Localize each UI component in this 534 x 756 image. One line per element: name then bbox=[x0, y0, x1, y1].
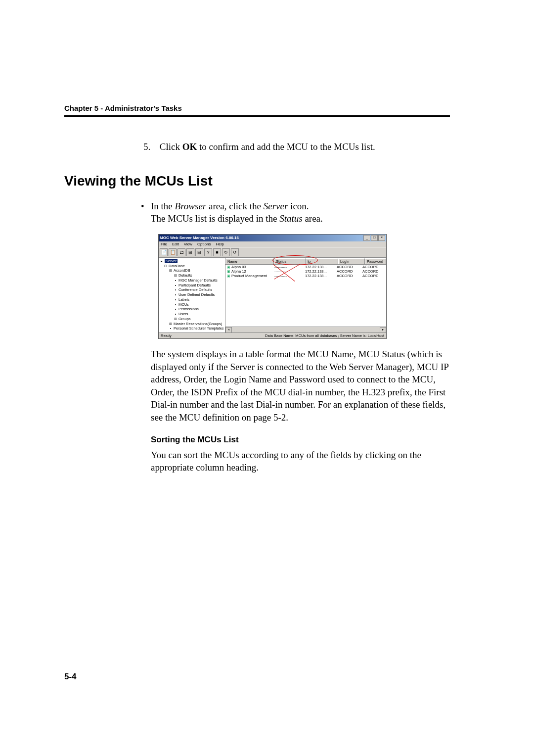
step-text-post: to confirm and add the MCU to the MCUs l… bbox=[197, 142, 375, 152]
cell-ip: 172.22.138... bbox=[304, 269, 335, 274]
t: Status bbox=[279, 213, 302, 224]
browser-tree-pane[interactable]: ▸Server ⊟DataBase⊟AccordDB⊟Defaults•MGC … bbox=[159, 258, 225, 332]
tree-node-icon: • bbox=[174, 284, 178, 288]
tree-item-label: MCUs bbox=[178, 302, 189, 307]
tree-item-label: Participant Defaults bbox=[178, 283, 211, 287]
tree-item-label: Permissions bbox=[178, 307, 199, 311]
maximize-button[interactable]: □ bbox=[371, 235, 378, 241]
paragraph-description: The system displays in a table format th… bbox=[151, 348, 450, 424]
toolbar-button[interactable]: 📋 bbox=[169, 248, 177, 256]
tree-node-icon: • bbox=[174, 312, 178, 317]
mcu-icon: ▣ bbox=[227, 265, 230, 269]
chapter-header: Chapter 5 - Administrator's Tasks bbox=[64, 104, 450, 112]
cell-password: ACCORD bbox=[361, 265, 386, 269]
tree-node-icon: ⊟ bbox=[164, 264, 168, 269]
tree-node-icon: • bbox=[174, 288, 178, 292]
list-header: Name Status Ip Login Password bbox=[225, 258, 386, 265]
cell-login: ACCORD bbox=[335, 265, 361, 269]
tree-item[interactable]: •Conference Defaults bbox=[160, 287, 224, 292]
toolbar-button[interactable]: 🗂 bbox=[178, 248, 185, 256]
menu-help[interactable]: Help bbox=[216, 242, 223, 246]
toolbar-button[interactable]: ↺ bbox=[231, 248, 239, 256]
tree-item[interactable]: •Personal Scheduler Templates bbox=[160, 326, 224, 331]
mcu-icon: ▣ bbox=[227, 270, 230, 273]
cell-status: ---------- bbox=[273, 269, 304, 274]
minimize-button[interactable]: _ bbox=[363, 235, 370, 241]
menu-edit[interactable]: Edit bbox=[172, 242, 179, 246]
tree-node-icon: ⊟ bbox=[169, 269, 173, 273]
table-row[interactable]: ▣Product Management----------172.22.138.… bbox=[225, 274, 386, 278]
close-button[interactable]: × bbox=[378, 235, 385, 241]
column-password[interactable]: Password bbox=[365, 258, 386, 264]
tree-item[interactable]: •MCUs bbox=[160, 302, 224, 307]
tree-item-label: MGC Manager Defaults bbox=[178, 278, 218, 283]
toolbar: 📄 📋 🗂 ⊞ ⊟ ? ■ ↻ ↺ bbox=[159, 247, 386, 258]
scroll-right-icon[interactable]: ▸ bbox=[380, 327, 386, 332]
column-status[interactable]: Status bbox=[274, 258, 306, 264]
toolbar-button[interactable]: ? bbox=[204, 248, 212, 256]
tree-item[interactable]: ⊞Master Reservations(Groups) bbox=[160, 322, 224, 327]
tree-node-icon: ⊞ bbox=[174, 317, 178, 322]
t: area. bbox=[303, 213, 323, 224]
tree-item[interactable]: •Participant Defaults bbox=[160, 283, 224, 288]
horizontal-scrollbar[interactable]: ◂ ▸ bbox=[225, 327, 386, 332]
cell-password: ACCORD bbox=[361, 269, 386, 274]
t: area, click the bbox=[206, 201, 264, 211]
table-row[interactable]: ▣Alpha 03----------172.22.138...ACCORDAC… bbox=[225, 265, 386, 269]
tree-item[interactable]: •Labels bbox=[160, 297, 224, 302]
tree-node-icon: ⊟ bbox=[174, 274, 178, 278]
status-left: Ready bbox=[161, 333, 172, 338]
subheading-sorting: Sorting the MCUs List bbox=[151, 435, 450, 445]
status-right: Data Base Name: MCUs from all databases … bbox=[265, 333, 384, 338]
tree-item[interactable]: •User Defined Defaults bbox=[160, 292, 224, 297]
mcu-icon: ▣ bbox=[227, 274, 230, 278]
tree-item[interactable]: ⊞Groups bbox=[160, 317, 224, 322]
tree-item-label: Personal Scheduler Templates bbox=[174, 326, 224, 331]
screenshot-app-window: MGC Web Server Manager Version 6.00.16 _… bbox=[158, 234, 387, 339]
tree-item-label: AccordDB bbox=[174, 268, 190, 273]
scroll-left-icon[interactable]: ◂ bbox=[225, 327, 232, 332]
tree-item-label: DataBase bbox=[169, 264, 185, 268]
tree-root-server[interactable]: Server bbox=[165, 259, 178, 263]
column-login[interactable]: Login bbox=[338, 258, 365, 264]
tree-item-label: Users bbox=[178, 312, 188, 316]
cell-status: ---------- bbox=[273, 274, 304, 278]
step-5: 5. Click OK to confirm and add the MCU t… bbox=[143, 141, 450, 153]
table-row[interactable]: ▣Alpha 12----------172.22.138...ACCORDAC… bbox=[225, 269, 386, 274]
tree-item[interactable]: ⊟AccordDB bbox=[160, 268, 224, 273]
cell-login: ACCORD bbox=[335, 274, 361, 278]
cell-password: ACCORD bbox=[361, 274, 386, 278]
tree-item-label: Master Reservations(Groups) bbox=[174, 322, 222, 326]
tree-item[interactable]: ⊟DataBase bbox=[160, 264, 224, 269]
toolbar-button[interactable]: ↻ bbox=[222, 248, 230, 256]
cell-name: ▣Product Management bbox=[225, 274, 273, 278]
statusbar: Ready Data Base Name: MCUs from all data… bbox=[159, 332, 386, 338]
tree-item[interactable]: •Users bbox=[160, 312, 224, 317]
toolbar-button[interactable]: 📄 bbox=[160, 248, 168, 256]
menu-options[interactable]: Options bbox=[197, 242, 211, 246]
server-icon: ▸ bbox=[160, 259, 164, 264]
tree-item[interactable]: •Permissions bbox=[160, 307, 224, 312]
tree-node-icon: • bbox=[174, 293, 178, 297]
menu-file[interactable]: File bbox=[161, 242, 167, 246]
cell-name: ▣Alpha 03 bbox=[225, 265, 273, 269]
tree-item[interactable]: ⊟Defaults bbox=[160, 273, 224, 278]
section-title: Viewing the MCUs List bbox=[64, 173, 450, 189]
menu-view[interactable]: View bbox=[184, 242, 192, 246]
column-name[interactable]: Name bbox=[225, 258, 274, 264]
column-ip[interactable]: Ip bbox=[306, 258, 338, 264]
toolbar-button[interactable]: ■ bbox=[213, 248, 221, 256]
tree-node-icon: • bbox=[174, 279, 178, 283]
window-titlebar: MGC Web Server Manager Version 6.00.16 _… bbox=[159, 235, 386, 241]
tree-item-label: Labels bbox=[178, 297, 189, 302]
tree-item-label: Defaults bbox=[178, 273, 192, 278]
toolbar-button[interactable]: ⊞ bbox=[186, 248, 194, 256]
bullet-instruction: In the Browser area, click the Server ic… bbox=[151, 200, 450, 225]
tree-item-label: User Defined Defaults bbox=[178, 292, 215, 297]
cell-name: ▣Alpha 12 bbox=[225, 269, 273, 274]
toolbar-button[interactable]: ⊟ bbox=[195, 248, 203, 256]
tree-item-label: Groups bbox=[178, 317, 191, 321]
tree-item[interactable]: •MGC Manager Defaults bbox=[160, 278, 224, 283]
menubar: File Edit View Options Help bbox=[159, 241, 386, 247]
paragraph-sorting: You can sort the MCUs according to any o… bbox=[151, 449, 450, 474]
